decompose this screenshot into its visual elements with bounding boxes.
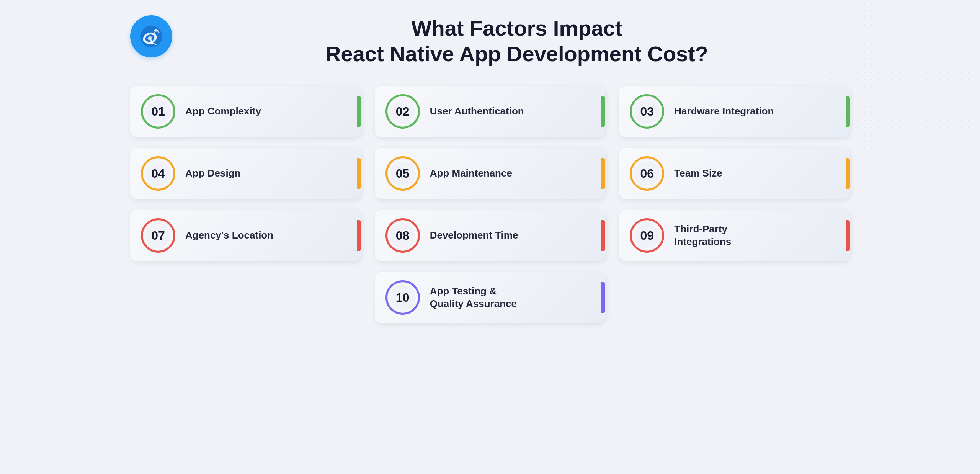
factor-label-10: App Testing &Quality Assurance [430, 285, 517, 311]
header-section: What Factors Impact React Native App Dev… [130, 15, 850, 67]
factor-card-10: 10App Testing &Quality Assurance [375, 272, 606, 323]
factor-card-01: 01App Complexity [130, 86, 361, 137]
factor-label-01: App Complexity [185, 105, 261, 118]
factor-label-07: Agency's Location [185, 229, 273, 242]
factor-number-05: 05 [385, 156, 420, 191]
factor-number-08: 08 [385, 218, 420, 253]
factor-number-07: 07 [141, 218, 175, 253]
factor-number-06: 06 [630, 156, 664, 191]
title-block: What Factors Impact React Native App Dev… [184, 15, 850, 67]
factor-card-02: 02User Authentication [375, 86, 606, 137]
factor-card-03: 03Hardware Integration [619, 86, 850, 137]
factor-number-03: 03 [630, 94, 664, 129]
factor-card-08: 08Development Time [375, 210, 606, 261]
factor-card-05: 05App Maintenance [375, 148, 606, 199]
factor-label-05: App Maintenance [430, 167, 512, 180]
factor-card-04: 04App Design [130, 148, 361, 199]
factor-label-08: Development Time [430, 229, 518, 242]
factor-number-09: 09 [630, 218, 664, 253]
factor-card-09: 09Third-PartyIntegrations [619, 210, 850, 261]
page-title: What Factors Impact React Native App Dev… [184, 15, 850, 67]
factors-grid: 01App Complexity02User Authentication03H… [130, 86, 850, 323]
factor-label-02: User Authentication [430, 105, 524, 118]
factor-number-10: 10 [385, 280, 420, 315]
factor-label-04: App Design [185, 167, 240, 180]
factor-card-07: 07Agency's Location [130, 210, 361, 261]
factor-number-04: 04 [141, 156, 175, 191]
factor-number-02: 02 [385, 94, 420, 129]
factor-number-01: 01 [141, 94, 175, 129]
logo [130, 15, 172, 57]
factor-label-09: Third-PartyIntegrations [674, 223, 731, 249]
factor-label-03: Hardware Integration [674, 105, 774, 118]
factor-label-06: Team Size [674, 167, 722, 180]
factor-card-06: 06Team Size [619, 148, 850, 199]
